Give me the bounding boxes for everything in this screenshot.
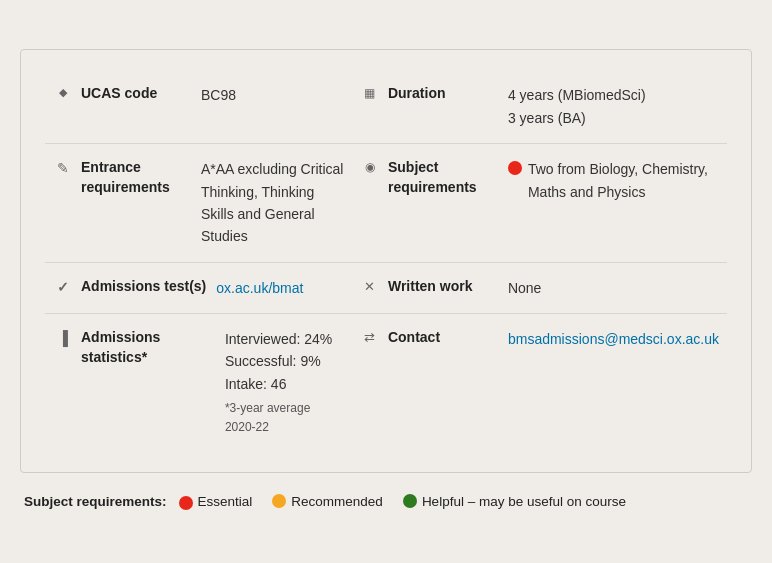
- subject-req-cell: Subject requirements Two from Biology, C…: [352, 144, 727, 263]
- contact-email-link[interactable]: bmsadmissions@medsci.ox.ac.uk: [508, 331, 719, 347]
- admissions-stats-cell: Admissions statistics* Interviewed: 24% …: [45, 314, 352, 452]
- admissions-stats-value: Interviewed: 24% Successful: 9% Intake: …: [225, 328, 344, 438]
- duration-label: Duration: [388, 84, 498, 104]
- successful-stat: Successful: 9%: [225, 350, 344, 372]
- subject-req-row: Two from Biology, Chemistry, Maths and P…: [508, 158, 719, 203]
- intake-stat: Intake: 46: [225, 373, 344, 395]
- legend-orange-dot: [272, 494, 286, 508]
- ucas-code-value: BC98: [201, 84, 236, 106]
- legend-essential: Essential: [179, 493, 253, 510]
- pencil-icon: [53, 160, 73, 176]
- outer-container: UCAS code BC98 Duration 4 years (MBiomed…: [10, 39, 762, 523]
- interviewed-stat: Interviewed: 24%: [225, 328, 344, 350]
- main-card: UCAS code BC98 Duration 4 years (MBiomed…: [20, 49, 752, 472]
- legend-essential-label: Essential: [198, 494, 253, 509]
- admissions-stats-label: Admissions statistics*: [81, 328, 215, 367]
- info-grid: UCAS code BC98 Duration 4 years (MBiomed…: [45, 70, 727, 451]
- duration-cell: Duration 4 years (MBiomedSci)3 years (BA…: [352, 70, 727, 144]
- entrance-req-value: A*AA excluding Critical Thinking, Thinki…: [201, 158, 344, 248]
- x-icon: [360, 279, 380, 294]
- written-work-value: None: [508, 277, 541, 299]
- check-icon: [53, 279, 73, 295]
- admissions-test-label: Admissions test(s): [81, 277, 206, 297]
- essential-dot: [508, 161, 522, 175]
- arrows-icon: [360, 330, 380, 345]
- duration-value: 4 years (MBiomedSci)3 years (BA): [508, 84, 646, 129]
- legend-recommended: Recommended: [272, 494, 383, 509]
- ucas-code-cell: UCAS code BC98: [45, 70, 352, 144]
- written-work-label: Written work: [388, 277, 498, 297]
- written-work-cell: Written work None: [352, 263, 727, 314]
- bmat-link[interactable]: ox.ac.uk/bmat: [216, 280, 303, 296]
- subject-req-value: Two from Biology, Chemistry, Maths and P…: [508, 158, 719, 203]
- stats-note: *3-year average 2020-22: [225, 399, 344, 437]
- ucas-code-label: UCAS code: [81, 84, 191, 104]
- entrance-req-cell: Entrance requirements A*AA excluding Cri…: [45, 144, 352, 263]
- legend-bar: Subject requirements: Essential Recommen…: [20, 483, 752, 514]
- contact-cell: Contact bmsadmissions@medsci.ox.ac.uk: [352, 314, 727, 452]
- admissions-test-value: ox.ac.uk/bmat: [216, 277, 303, 299]
- legend-helpful: Helpful – may be useful on course: [403, 494, 626, 509]
- legend-red-dot: [179, 496, 193, 510]
- calendar-icon: [360, 86, 380, 100]
- legend-green-dot: [403, 494, 417, 508]
- person-icon: [360, 160, 380, 174]
- legend-recommended-label: Recommended: [291, 494, 383, 509]
- subject-req-label: Subject requirements: [388, 158, 498, 197]
- entrance-req-label: Entrance requirements: [81, 158, 191, 197]
- legend-title: Subject requirements:: [24, 494, 167, 509]
- key-icon: [53, 86, 73, 99]
- bar-icon: [53, 330, 73, 346]
- subject-req-text: Two from Biology, Chemistry, Maths and P…: [528, 158, 719, 203]
- contact-label: Contact: [388, 328, 498, 348]
- legend-helpful-label: Helpful – may be useful on course: [422, 494, 626, 509]
- admissions-test-cell: Admissions test(s) ox.ac.uk/bmat: [45, 263, 352, 314]
- contact-value: bmsadmissions@medsci.ox.ac.uk: [508, 328, 719, 350]
